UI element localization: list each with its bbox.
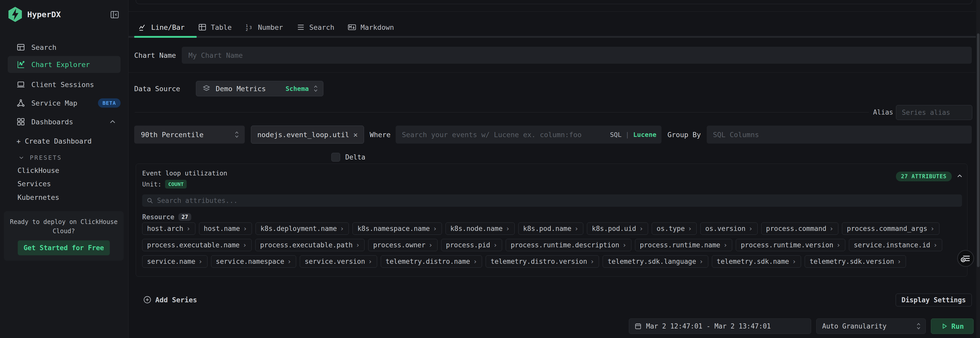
tab-line-bar[interactable]: Line/Bar <box>134 19 189 35</box>
where-search-input[interactable]: Search your events w/ Lucene ex. column:… <box>396 125 662 144</box>
sidebar-item-client-sessions[interactable]: Client Sessions <box>8 77 121 92</box>
attribute-chip[interactable]: telemetry.distro.name › <box>381 255 482 268</box>
unit-label: Unit: <box>142 181 161 188</box>
attribute-chip[interactable]: process.pid › <box>441 239 502 251</box>
laptop-icon <box>16 80 25 89</box>
sidebar: HyperDX Search Chart Explorer Client Ses… <box>0 0 129 338</box>
attribute-chip[interactable]: telemetry.distro.version › <box>486 255 599 268</box>
preset-clickhouse[interactable]: ClickHouse <box>18 167 59 175</box>
metric-field-chip[interactable]: nodejs.event_loop.util ✕ <box>251 125 364 144</box>
alias-input[interactable]: Series alias <box>896 105 972 120</box>
chevron-up-icon[interactable] <box>108 117 117 126</box>
chevron-right-icon: › <box>428 241 433 249</box>
attribute-chip[interactable]: host.name › <box>199 222 252 235</box>
group-by-label: Group By <box>667 131 701 139</box>
floating-action-button[interactable] <box>957 250 974 267</box>
list-icon <box>296 23 305 32</box>
attribute-chip[interactable]: telemetry.sdk.language › <box>603 255 708 268</box>
active-tab-indicator <box>134 36 197 38</box>
sidebar-item-chart-explorer[interactable]: Chart Explorer <box>8 56 121 73</box>
metric-title: Event loop utilization <box>142 170 227 177</box>
schema-link[interactable]: Schema <box>286 85 309 92</box>
play-icon <box>941 322 948 330</box>
granularity-select[interactable]: Auto Granularity <box>816 319 926 334</box>
chevron-right-icon: › <box>639 225 643 232</box>
attribute-chip-label: k8s.pod.name <box>523 225 571 232</box>
attribute-chip[interactable]: process.owner › <box>368 239 437 251</box>
aggregation-select[interactable]: 90th Percentile <box>134 125 245 144</box>
attribute-chip[interactable]: process.executable.path › <box>255 239 365 251</box>
sidebar-item-search[interactable]: Search <box>8 40 121 55</box>
service-map-icon <box>16 98 25 107</box>
display-settings-button[interactable]: Display Settings <box>896 294 972 306</box>
attribute-chip[interactable]: process.executable.name › <box>142 239 252 251</box>
attribute-chip-label: process.command <box>766 225 827 232</box>
scrollbar-thumb[interactable] <box>977 33 980 267</box>
tab-number[interactable]: 1 2 3 Number <box>241 19 287 35</box>
attribute-chip[interactable]: k8s.node.name › <box>445 222 515 235</box>
sql-lucene-toggle[interactable]: SQL | Lucene <box>610 131 657 138</box>
app-window: HyperDX Search Chart Explorer Client Ses… <box>0 0 980 338</box>
create-dashboard-button[interactable]: + Create Dashboard <box>16 137 92 145</box>
preset-services[interactable]: Services <box>18 180 51 188</box>
sidebar-item-service-map[interactable]: Service Map BETA <box>8 95 121 110</box>
chevron-right-icon: › <box>506 225 510 232</box>
add-series-button[interactable]: Add Series <box>143 295 197 304</box>
attribute-chip[interactable]: process.runtime.version › <box>736 239 845 251</box>
attribute-chip[interactable]: service.name › <box>142 255 207 268</box>
attribute-chip[interactable]: service.instance.id › <box>849 239 942 251</box>
chevron-right-icon: › <box>199 258 202 265</box>
chevron-up-icon[interactable] <box>956 172 964 180</box>
attribute-chip-list: host.arch › host.name › k8s.deployment.n… <box>142 222 961 268</box>
svg-text:1: 1 <box>246 24 248 28</box>
data-source-select[interactable]: Demo Metrics Schema <box>196 81 323 96</box>
chevron-right-icon: › <box>368 258 372 265</box>
time-range-picker[interactable]: Mar 2 12:47:01 - Mar 2 13:47:01 <box>629 319 811 334</box>
get-started-button[interactable]: Get Started for Free <box>18 240 110 255</box>
search-results-icon <box>16 43 25 52</box>
preset-kubernetes[interactable]: Kubernetes <box>18 194 59 202</box>
close-icon[interactable]: ✕ <box>353 130 358 139</box>
scrollbar-track[interactable] <box>977 0 980 338</box>
granularity-value: Auto Granularity <box>822 322 886 330</box>
attribute-chip[interactable]: k8s.namespace.name › <box>352 222 442 235</box>
attribute-chip-label: process.runtime.description <box>511 241 619 249</box>
attribute-chip[interactable]: service.namespace › <box>211 255 296 268</box>
sidebar-item-dashboards[interactable]: Dashboards <box>8 114 121 129</box>
tab-search[interactable]: Search <box>292 19 339 35</box>
group-by-input[interactable]: SQL Columns <box>707 125 972 144</box>
unit-value-badge: COUNT <box>165 180 187 189</box>
delta-checkbox[interactable] <box>331 153 340 162</box>
sidebar-item-label: Chart Explorer <box>31 60 90 68</box>
attribute-chip[interactable]: host.arch › <box>142 222 196 235</box>
svg-text:3: 3 <box>249 25 252 30</box>
event-log-icon <box>961 254 970 263</box>
attribute-chip[interactable]: k8s.pod.uid › <box>587 222 648 235</box>
tab-table[interactable]: Table <box>194 19 236 35</box>
metric-details-panel: Event loop utilization Unit: COUNT 27 AT… <box>136 163 967 277</box>
chevron-right-icon: › <box>356 241 360 249</box>
attribute-chip[interactable]: process.runtime.description › <box>506 239 631 251</box>
collapse-sidebar-icon[interactable] <box>110 10 119 19</box>
table-icon <box>198 23 207 32</box>
tab-markdown[interactable]: Markdown <box>344 19 398 35</box>
attribute-chip[interactable]: k8s.pod.name › <box>518 222 584 235</box>
attribute-chip[interactable]: service.version › <box>300 255 377 268</box>
attribute-chip[interactable]: os.type › <box>652 222 697 235</box>
attribute-chip[interactable]: os.version › <box>700 222 757 235</box>
data-source-value: Demo Metrics <box>216 85 266 93</box>
attribute-chip[interactable]: telemetry.sdk.version › <box>805 255 906 268</box>
attribute-chip[interactable]: process.command_args › <box>842 222 939 235</box>
attribute-chip[interactable]: k8s.deployment.name › <box>256 222 349 235</box>
attribute-chip-label: service.name <box>147 258 196 265</box>
search-icon <box>146 197 153 204</box>
attribute-search-input[interactable]: Search attributes... <box>142 194 962 207</box>
attribute-chip[interactable]: process.command › <box>761 222 838 235</box>
run-button[interactable]: Run <box>931 319 974 334</box>
attribute-chip-label: process.runtime.version <box>741 241 833 249</box>
attribute-chip[interactable]: process.runtime.name › <box>635 239 732 251</box>
attribute-chip[interactable]: telemetry.sdk.name › <box>712 255 801 268</box>
presets-header[interactable]: PRESETS <box>18 154 62 161</box>
main-content: Line/Bar Table 1 2 3 Number <box>129 0 980 338</box>
chart-name-input[interactable]: My Chart Name <box>182 47 972 64</box>
